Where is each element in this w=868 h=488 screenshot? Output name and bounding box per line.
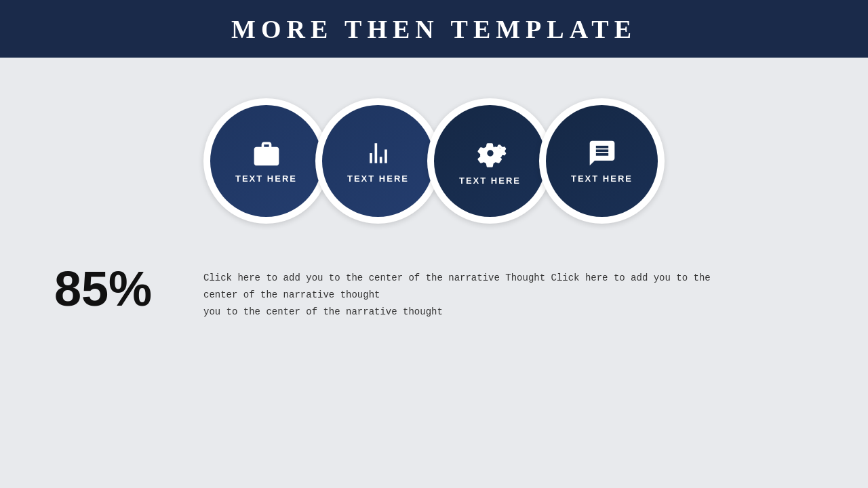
circle-outer-1: TEXT HERE [203,98,329,224]
circle-label-2: TEXT HERE [347,174,409,184]
main-content: TEXT HERE TEXT HERE [0,58,868,488]
gear-icon [473,136,507,170]
circle-outer-4: TEXT HERE [539,98,665,224]
bottom-section: 85% Click here to add you to the center … [34,264,834,321]
circle-label-4: TEXT HERE [571,174,633,184]
chart-icon [363,138,393,168]
circle-item-1: TEXT HERE [210,98,322,224]
circles-row: TEXT HERE TEXT HERE [210,98,658,224]
briefcase-icon [252,138,281,168]
chat-icon [587,138,617,168]
circle-label-3: TEXT HERE [459,176,521,186]
circle-item-2: TEXT HERE [322,98,434,224]
circle-item-4: TEXT HERE [546,98,658,224]
circle-inner-2: TEXT HERE [322,105,434,217]
circle-outer-2: TEXT HERE [315,98,441,224]
circle-inner-1: TEXT HERE [210,105,322,217]
circle-label-1: TEXT HERE [235,174,297,184]
circle-outer-3: TEXT HERE [427,98,553,224]
percentage-stat: 85% [54,264,176,313]
circle-inner-3: TEXT HERE [434,105,546,217]
description-text: Click here to add you to the center of t… [203,270,746,321]
page-title: MORE THEN TEMPLATE [231,14,637,44]
circle-inner-4: TEXT HERE [546,105,658,217]
circle-item-3: TEXT HERE [434,98,546,224]
header: MORE THEN TEMPLATE [0,0,868,58]
